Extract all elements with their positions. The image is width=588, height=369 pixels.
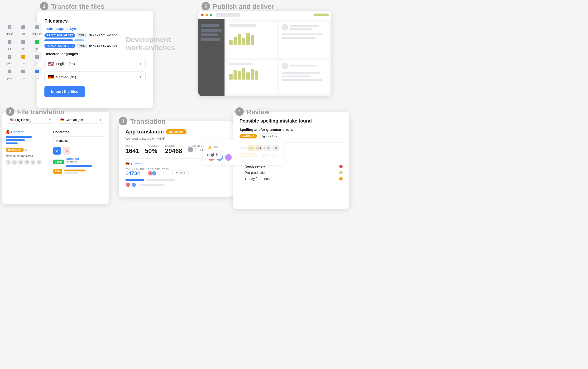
bar-chart-2 xyxy=(229,66,274,80)
svg-rect-9 xyxy=(21,55,25,59)
sidebar-item-1 xyxy=(201,24,219,27)
traffic-light-yellow xyxy=(206,14,208,16)
flag-en-editor: 🇺🇸 xyxy=(10,118,13,122)
filetype-plist: A plist xyxy=(4,52,15,65)
bar2-seg-4 xyxy=(242,68,245,80)
source-lang-selector[interactable]: 🇺🇸 English (en) ▼ xyxy=(7,116,54,124)
layers-icon-btn[interactable]: ⊙ xyxy=(256,145,263,151)
translation-input[interactable] xyxy=(53,136,106,145)
cancel-button[interactable]: ✕ xyxy=(63,147,70,154)
languages-label: Detected languages xyxy=(44,52,146,56)
confirm-button[interactable]: ✓ xyxy=(53,147,61,154)
review-title: Possible spelling mistake found xyxy=(240,118,343,124)
bar2-seg-2 xyxy=(233,70,237,80)
widget2-bar-4 xyxy=(282,37,315,39)
flag-de: 🇩🇪 xyxy=(48,74,54,80)
placeholder-row-1 xyxy=(126,179,226,181)
translate-card: 🇺🇸 English (en) ▼ 🇩🇪 German (de) ▼ 🍎 Con… xyxy=(2,112,109,204)
contributors-group: 2 CONTRIBUTORS xyxy=(148,168,169,176)
step-3-label: Translation xyxy=(130,118,166,125)
action-icon-1[interactable]: ⊙ xyxy=(6,160,11,165)
bar2-seg-7 xyxy=(255,71,258,80)
dash-widget-chart xyxy=(227,22,277,58)
translation-badge: translation xyxy=(6,148,24,152)
step-4-label: Review xyxy=(247,108,270,116)
filetype-strings: A strings xyxy=(4,22,15,35)
action-icon-6[interactable]: ⊡ xyxy=(37,160,42,165)
filetype-json: json xyxy=(4,67,15,80)
widget4-bars xyxy=(290,65,327,67)
bar-col-4 xyxy=(242,38,245,45)
need-translate-text: Need to be translated xyxy=(6,154,46,158)
app-translation-badge: translation xyxy=(166,129,186,134)
match-100-text[interactable]: Kontakte xyxy=(66,157,92,161)
avatar-2 xyxy=(152,171,157,176)
warning-icon: ⚠️ xyxy=(208,145,212,149)
checklist-label-1: Needs review xyxy=(245,164,265,168)
import-button[interactable]: Import the files xyxy=(44,86,85,97)
target-lang-selector[interactable]: 🇩🇪 German (de) ▼ xyxy=(57,116,105,124)
widget4-header xyxy=(282,63,327,69)
file1-ready-badge: READY FOR IMPORT xyxy=(44,33,75,38)
widget2-avatar xyxy=(282,24,288,31)
match-70-row: 70% xyxy=(53,169,106,174)
dashboard-card xyxy=(198,11,331,96)
filetype-properties: properties xyxy=(31,22,43,35)
avatar-3 xyxy=(126,182,131,187)
dash-widget-2 xyxy=(279,22,329,58)
bar-chart xyxy=(229,28,274,45)
match-100-badge: 100% xyxy=(53,160,64,164)
filetype-po: po xyxy=(31,52,43,65)
url-bar xyxy=(216,13,240,17)
action-icon-5[interactable]: ⊘ xyxy=(31,160,36,165)
placeholder-row-2 xyxy=(126,182,226,187)
review-item-1: Spelling and/or grammar errors WARNING I… xyxy=(240,127,343,139)
filetype-grid: A strings xliff properties php ini xls xyxy=(4,22,43,80)
contact-link[interactable]: 🍎 Contact xyxy=(6,130,46,134)
step-1-circle: 1 xyxy=(40,2,48,10)
ignore-button-1[interactable]: Ignore this xyxy=(259,133,280,139)
bar2-seg-6 xyxy=(251,69,254,80)
step-3-circle: 3 xyxy=(119,117,127,125)
sidebar-item-2 xyxy=(201,29,222,31)
action-icon-2[interactable]: ◎ xyxy=(12,160,17,165)
widget2-header xyxy=(282,24,327,31)
lang1-select[interactable]: 🇺🇸 English (en) ▼ xyxy=(44,58,146,69)
action-icon-3[interactable]: ⊗ xyxy=(18,160,23,165)
bar2-seg-3 xyxy=(238,71,241,80)
widget2-bars xyxy=(290,25,327,30)
widget3-title xyxy=(229,63,252,65)
editor-body: 🍎 Contact translation 🏷 Need to be trans… xyxy=(2,127,109,178)
checklist-label-2: Pre-production xyxy=(245,171,267,174)
dash-widget-chart2 xyxy=(227,60,277,94)
step-5-circle: 5 xyxy=(201,2,210,10)
checklist-item-3: Ready for release xyxy=(240,177,343,181)
stat-progress: PROGRESS 50% xyxy=(145,145,159,154)
checklist-item-2: ✓ Pre-production xyxy=(240,171,343,174)
match-100-sub: Contacts xyxy=(66,161,92,164)
warning-icon-btn[interactable]: ⚠ xyxy=(248,145,255,151)
chevron-source: ▼ xyxy=(48,118,51,122)
file1-yml-badge: YML xyxy=(77,33,86,38)
filetype-yml: yml xyxy=(17,67,29,80)
match-100-row: 100% Kontakte Contacts xyxy=(53,157,106,167)
refresh-icon-btn[interactable]: ↺ xyxy=(264,145,271,151)
contactos-title: Contactos xyxy=(53,130,106,134)
filetype-php: php xyxy=(4,37,15,50)
dot-orange-1 xyxy=(339,177,343,180)
widget4-bar-4 xyxy=(282,79,322,81)
flag-de-editor: 🇩🇪 xyxy=(60,118,64,122)
filetype-xliff: xliff xyxy=(17,22,29,35)
german-lang-name: 🇩🇪 German xyxy=(126,162,144,166)
svg-text:A: A xyxy=(9,56,10,58)
filetype-xls: xls xyxy=(31,37,43,50)
dot-olive-1 xyxy=(339,171,343,174)
action-icon-4[interactable]: G xyxy=(24,160,30,165)
close-action-button[interactable]: CLOSE xyxy=(172,171,189,176)
lang2-select[interactable]: 🇩🇪 German (de) ▼ xyxy=(44,72,146,82)
bar2-seg-5 xyxy=(246,72,250,80)
sidebar-item-3 xyxy=(201,33,218,36)
filename-link[interactable]: main_page_en.yml xyxy=(44,27,146,31)
close-icon-btn[interactable]: ✕ xyxy=(273,145,279,151)
source-lang-label: English (en) xyxy=(15,118,31,122)
